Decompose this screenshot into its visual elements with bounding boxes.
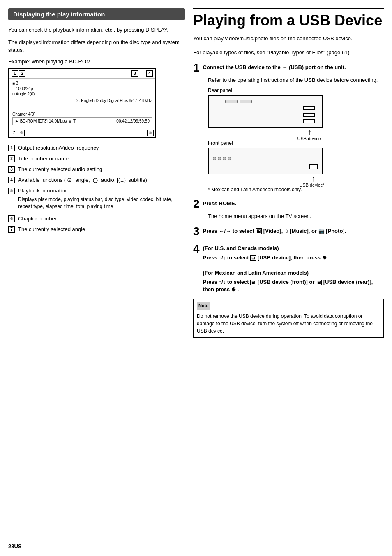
step-1-number: 1 bbox=[193, 62, 200, 74]
diagram-num-6: 6 bbox=[18, 130, 25, 136]
step-4: 4 (For U.S. and Canada models) Press ↑/↓… bbox=[193, 243, 384, 293]
intro-paragraph-1: You can check the playback information, … bbox=[8, 26, 185, 34]
bd-play-info: ► BD-ROM [EF3] 14.0Mbps 🖥 T bbox=[15, 119, 76, 123]
step-4-title-mx-label: (For Mexican and Latin American models) bbox=[203, 268, 384, 277]
bd-line-title: ■ 3 bbox=[12, 81, 152, 86]
bd-line-res: = 1080/24p bbox=[12, 86, 152, 91]
right-title: Playing from a USB Device bbox=[193, 8, 384, 29]
front-usb-arrow: ↑ bbox=[311, 174, 316, 183]
diagram-num-2: 2 bbox=[19, 70, 25, 77]
bd-time: 00:42:12/99:59:59 bbox=[116, 119, 150, 123]
list-item-6: 6 Chapter number bbox=[8, 215, 185, 222]
rear-panel-label: Rear panel bbox=[208, 88, 384, 93]
note-text-1: Do not remove the USB device during oper… bbox=[197, 313, 380, 335]
right-intro-1: You can play video/music/photo files on … bbox=[193, 35, 384, 43]
step-2-body: The home menu appears on the TV screen. bbox=[208, 212, 384, 220]
bd-chapter-line: Chapter 4(9) bbox=[12, 112, 152, 116]
step-1-title: Connect the USB device to the ← (USB) po… bbox=[203, 62, 346, 71]
item-5-subtext: Displays play mode, playing status bar, … bbox=[18, 196, 185, 210]
step-3-title: Press ←/→ to select ⊞ [Video], ♫ [Music]… bbox=[203, 226, 346, 235]
left-column: Displaying the play information You can … bbox=[8, 8, 185, 548]
step-2-title: Press HOME. bbox=[203, 198, 237, 207]
bd-display-diagram: 1 2 3 4 ■ 3 = 1080/24p □ Angle 2(0) 2: E… bbox=[8, 68, 156, 138]
rear-top-connectors bbox=[225, 100, 252, 103]
bd-audio-line: 2: English Dolby Digital Plus 8/4.1 48 k… bbox=[12, 97, 152, 103]
step-2: 2 Press HOME. The home menu appears on t… bbox=[193, 198, 384, 220]
diagram-num-3: 3 bbox=[131, 70, 138, 77]
rear-panel-diagram bbox=[208, 95, 323, 128]
item-7-text: The currently selected angle bbox=[18, 226, 185, 233]
step-4-title-us-label: (For U.S. and Canada models) bbox=[203, 243, 384, 252]
note-box: Note Do not remove the USB device during… bbox=[193, 299, 384, 338]
item-1-text: Output resolution/Video frequency bbox=[18, 144, 185, 152]
right-column: Playing from a USB Device You can play v… bbox=[193, 8, 384, 548]
step-1-body: Refer to the operating instructions of t… bbox=[208, 76, 384, 84]
rear-usb-device-label: USB device bbox=[297, 136, 321, 141]
item-2-text: Title number or name bbox=[18, 155, 185, 162]
section-title: Displaying the play information bbox=[8, 8, 185, 20]
front-panel-diagram bbox=[208, 148, 323, 174]
item-4-text: Available functions ( a angle, audio, (.… bbox=[18, 176, 185, 184]
step-4-title-mx: Press ↑/↓ to select ⊟ [USB device (front… bbox=[203, 277, 384, 293]
list-item-2: 2 Title number or name bbox=[8, 155, 185, 162]
diagram-num-4: 4 bbox=[146, 70, 153, 77]
diagram-num-7: 7 bbox=[11, 130, 17, 136]
step-4-title-us: Press ↑/↓ to select ⊟ [USB device], then… bbox=[203, 253, 384, 262]
list-item-4: 4 Available functions ( a angle, audio, … bbox=[8, 176, 185, 184]
step-3: 3 Press ←/→ to select ⊞ [Video], ♫ [Musi… bbox=[193, 226, 384, 237]
step-3-number: 3 bbox=[193, 226, 200, 237]
front-panel-label: Front panel bbox=[208, 140, 384, 146]
page-number: 28US bbox=[8, 543, 22, 549]
audio-icon bbox=[91, 178, 99, 183]
step-4-number: 4 bbox=[193, 243, 200, 255]
step-1: 1 Connect the USB device to the ← (USB) … bbox=[193, 62, 384, 192]
angle-icon: a bbox=[67, 178, 74, 183]
note-title: Note bbox=[197, 302, 210, 310]
step-2-number: 2 bbox=[193, 198, 200, 210]
item-5-text: Playback information bbox=[18, 187, 68, 195]
bd-playback-bar: ► BD-ROM [EF3] 14.0Mbps 🖥 T 00:42:12/99:… bbox=[12, 117, 152, 125]
asterisk-note: * Mexican and Latin American models only… bbox=[208, 187, 384, 192]
list-item-3: 3 The currently selected audio setting bbox=[8, 166, 185, 173]
list-item-1: 1 Output resolution/Video frequency bbox=[8, 144, 185, 152]
front-usb-port bbox=[309, 164, 318, 169]
diagram-num-5: 5 bbox=[147, 130, 154, 136]
diagram-num-1: 1 bbox=[12, 70, 18, 77]
list-item-7: 7 The currently selected angle bbox=[8, 226, 185, 233]
right-intro-2: For playable types of files, see “Playab… bbox=[193, 49, 384, 57]
example-label: Example: when playing a BD-ROM bbox=[8, 58, 185, 65]
front-usb-device-label: USB device* bbox=[299, 183, 325, 188]
rear-usb-connectors bbox=[303, 106, 315, 123]
front-buttons bbox=[213, 157, 231, 160]
intro-paragraph-2: The displayed information differs depend… bbox=[8, 38, 185, 54]
item-3-text: The currently selected audio setting bbox=[18, 166, 185, 173]
rear-usb-arrow: ↑ bbox=[307, 127, 311, 137]
list-item-5: 5 Playback information Displays play mod… bbox=[8, 187, 185, 212]
item-6-text: Chapter number bbox=[18, 215, 185, 222]
svg-text:a: a bbox=[69, 179, 71, 182]
bd-inner-content: ■ 3 = 1080/24p □ Angle 2(0) 2: English D… bbox=[9, 79, 155, 128]
bd-line-angle: □ Angle 2(0) bbox=[12, 92, 152, 96]
items-list: 1 Output resolution/Video frequency 2 Ti… bbox=[8, 144, 185, 234]
svg-point-2 bbox=[93, 178, 97, 183]
